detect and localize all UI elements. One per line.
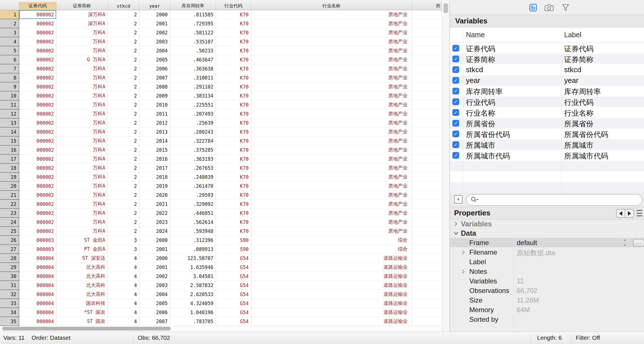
cell-inventory-turnover[interactable]: .535107 xyxy=(170,37,216,46)
horizontal-scrollbar[interactable] xyxy=(2,327,171,330)
cell-industry-name[interactable]: 道路运输业 xyxy=(251,272,412,281)
row-number[interactable]: 11 xyxy=(0,100,19,109)
cell-security-name[interactable]: 万科A xyxy=(56,73,108,82)
table-corner-cell[interactable] xyxy=(0,2,19,10)
cell-year[interactable]: 2002 xyxy=(139,28,170,37)
cell-industry-code[interactable]: K70 xyxy=(216,218,251,227)
cell-industry-code[interactable]: K70 xyxy=(216,118,251,127)
cell-stkcd[interactable]: 2 xyxy=(108,46,139,55)
cell-industry-code[interactable]: G54 xyxy=(216,299,251,308)
cell-industry-code[interactable]: K70 xyxy=(216,136,251,145)
cell-stkcd[interactable]: 4 xyxy=(108,317,139,326)
cell-inventory-turnover[interactable]: .363193 xyxy=(170,155,216,164)
cell-security-name[interactable]: 北大高科 xyxy=(56,263,108,272)
cell-industry-name[interactable]: 房地产业 xyxy=(251,182,412,191)
row-number[interactable]: 18 xyxy=(0,164,19,173)
cell-industry-code[interactable]: K70 xyxy=(216,55,251,64)
cell-security-code[interactable]: 000002 xyxy=(19,145,56,155)
cell-stkcd[interactable]: 3 xyxy=(108,245,139,254)
cell-year[interactable]: 2000 xyxy=(139,254,170,263)
cell-partial-column[interactable] xyxy=(412,272,442,281)
variable-checkbox[interactable]: ✓ xyxy=(452,120,459,127)
column-header-security-name[interactable]: 证券简称 xyxy=(56,2,108,10)
cell-security-code[interactable]: 000002 xyxy=(19,136,56,145)
cell-partial-column[interactable] xyxy=(412,245,442,254)
cell-partial-column[interactable] xyxy=(412,200,442,209)
row-number[interactable]: 7 xyxy=(0,64,19,73)
cell-stkcd[interactable]: 2 xyxy=(108,145,139,155)
cell-inventory-turnover[interactable]: .729395 xyxy=(170,19,216,28)
cell-stkcd[interactable]: 2 xyxy=(108,118,139,127)
cell-inventory-turnover[interactable]: .261478 xyxy=(170,182,216,191)
cell-industry-name[interactable]: 综合 xyxy=(251,236,412,245)
property-value[interactable]: default xyxy=(517,239,537,247)
cell-inventory-turnover[interactable]: .463647 xyxy=(170,55,216,64)
cell-security-name[interactable]: 万科A xyxy=(56,182,108,191)
row-number[interactable]: 4 xyxy=(0,37,19,46)
cell-industry-name[interactable]: 道路运输业 xyxy=(251,281,412,290)
cell-industry-name[interactable]: 房地产业 xyxy=(251,191,412,200)
cell-year[interactable]: 2011 xyxy=(139,109,170,118)
cell-security-name[interactable]: 深万科A xyxy=(56,10,108,19)
cell-industry-code[interactable]: K70 xyxy=(216,64,251,73)
cell-industry-code[interactable]: G54 xyxy=(216,308,251,317)
cell-industry-name[interactable]: 房地产业 xyxy=(251,173,412,182)
cell-inventory-turnover[interactable]: .593948 xyxy=(170,227,216,236)
variable-row[interactable]: ✓ 行业代码 行业代码 xyxy=(450,96,644,107)
variable-row[interactable]: ✓ 所属省份 所属省份 xyxy=(450,118,644,129)
cell-year[interactable]: 2000 xyxy=(139,10,170,19)
cell-security-name[interactable]: 深万科A xyxy=(56,19,108,28)
row-number[interactable]: 33 xyxy=(0,299,19,308)
cell-security-name[interactable]: 万科A xyxy=(56,64,108,73)
cell-year[interactable]: 2013 xyxy=(139,127,170,136)
cell-partial-column[interactable] xyxy=(412,91,442,100)
variable-checkbox[interactable]: ✓ xyxy=(452,56,459,62)
cell-year[interactable]: 2003 xyxy=(139,281,170,290)
cell-industry-code[interactable]: K70 xyxy=(216,127,251,136)
cell-industry-code[interactable]: K70 xyxy=(216,10,251,19)
cell-inventory-turnover[interactable]: 1.040196 xyxy=(170,308,216,317)
cell-year[interactable]: 2005 xyxy=(139,299,170,308)
row-number[interactable]: 35 xyxy=(0,317,19,326)
cell-security-code[interactable]: 000002 xyxy=(19,155,56,164)
cell-inventory-turnover[interactable]: 4.324059 xyxy=(170,299,216,308)
cell-stkcd[interactable]: 2 xyxy=(108,127,139,136)
cell-year[interactable]: 2005 xyxy=(139,55,170,64)
row-number[interactable]: 19 xyxy=(0,173,19,182)
cell-stkcd[interactable]: 4 xyxy=(108,308,139,317)
cell-inventory-turnover[interactable]: 2.620533 xyxy=(170,290,216,299)
cell-security-name[interactable]: ST 深安达 xyxy=(56,254,108,263)
cell-stkcd[interactable]: 2 xyxy=(108,28,139,37)
row-number[interactable]: 16 xyxy=(0,145,19,155)
column-header-stkcd[interactable]: stkcd xyxy=(108,2,139,10)
row-number[interactable]: 25 xyxy=(0,227,19,236)
cell-year[interactable]: 2017 xyxy=(139,164,170,173)
cell-security-name[interactable]: 北大高科 xyxy=(56,281,108,290)
cell-year[interactable]: 2016 xyxy=(139,155,170,164)
cell-security-name[interactable]: 万科A xyxy=(56,100,108,109)
frame-more-button[interactable]: ... xyxy=(633,239,644,246)
cell-partial-column[interactable] xyxy=(412,317,442,326)
cell-industry-name[interactable]: 房地产业 xyxy=(251,127,412,136)
cell-partial-column[interactable] xyxy=(412,100,442,109)
row-number[interactable]: 28 xyxy=(0,254,19,263)
cell-security-name[interactable]: 北大高科 xyxy=(56,272,108,281)
cell-partial-column[interactable] xyxy=(412,191,442,200)
cell-industry-code[interactable]: K70 xyxy=(216,28,251,37)
cell-industry-name[interactable]: 房地产业 xyxy=(251,19,412,28)
property-row-notes[interactable]: Notes xyxy=(450,267,644,276)
cell-industry-code[interactable]: K70 xyxy=(216,82,251,91)
cell-security-name[interactable]: 万科A xyxy=(56,145,108,155)
property-row-memory[interactable]: Memory64M xyxy=(450,305,644,315)
cell-inventory-turnover[interactable]: .446851 xyxy=(170,209,216,218)
chevron-right-icon[interactable] xyxy=(461,269,465,274)
cell-industry-code[interactable]: G54 xyxy=(216,290,251,299)
column-header-industry-name[interactable]: 行业名称 xyxy=(251,2,412,10)
label-column-header[interactable]: Label xyxy=(564,31,581,39)
cell-security-name[interactable]: 万科A xyxy=(56,164,108,173)
cell-security-name[interactable]: 万科A xyxy=(56,127,108,136)
cell-inventory-turnover[interactable]: 3.04501 xyxy=(170,272,216,281)
cell-inventory-turnover[interactable]: .225551 xyxy=(170,100,216,109)
cell-inventory-turnover[interactable]: .783705 xyxy=(170,317,216,326)
cell-industry-name[interactable]: 房地产业 xyxy=(251,10,412,19)
